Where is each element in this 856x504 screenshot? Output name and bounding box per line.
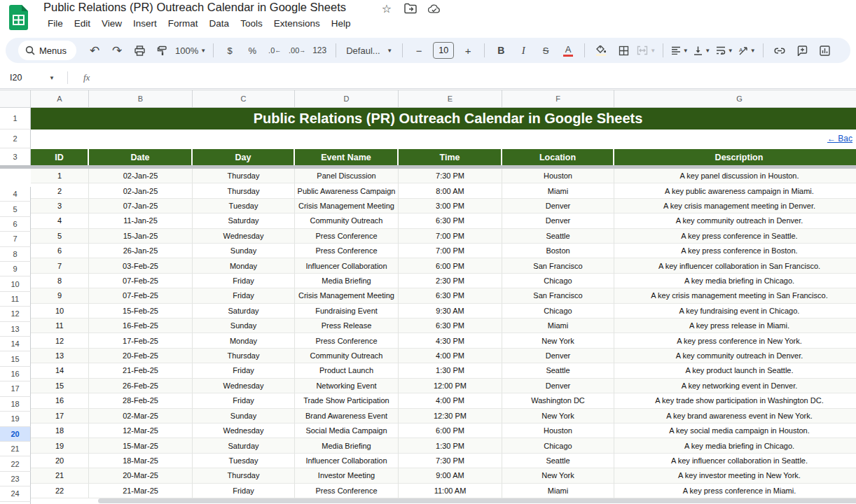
cell[interactable]: 15-Feb-25 [89, 304, 193, 318]
cell[interactable]: Crisis Management Meeting [295, 288, 399, 303]
cell[interactable]: 17-Feb-25 [89, 333, 193, 348]
cell[interactable]: 18 [31, 424, 89, 438]
column-header-F[interactable]: F [502, 90, 614, 108]
cell[interactable]: Thursday [193, 349, 295, 363]
cell[interactable]: Friday [193, 393, 295, 408]
cell[interactable]: 1:30 PM [399, 363, 502, 378]
header-cell[interactable]: Time [399, 148, 502, 165]
vertical-align-button[interactable]: ▼ [693, 41, 711, 59]
cell[interactable]: San Francisco [502, 288, 614, 303]
cell[interactable]: 2 [31, 183, 89, 198]
sheet-row-2[interactable]: ← Bac [31, 130, 856, 148]
cell[interactable]: A key social media campaign in Houston. [614, 424, 856, 438]
header-cell[interactable]: Description [614, 148, 856, 165]
header-cell[interactable]: Day [193, 148, 295, 165]
cell[interactable]: 21-Feb-25 [89, 363, 193, 378]
cell[interactable]: Thursday [193, 183, 295, 198]
cell[interactable]: San Francisco [502, 258, 614, 273]
row-header-6[interactable]: 6 [0, 217, 31, 232]
cell[interactable]: 8 [31, 274, 89, 288]
cell[interactable]: Sunday [193, 409, 295, 424]
menu-file[interactable]: File [42, 16, 69, 31]
menu-view[interactable]: View [96, 16, 127, 31]
menu-insert[interactable]: Insert [127, 16, 163, 31]
cell[interactable]: A key fundraising event in Chicago. [614, 304, 856, 318]
cell[interactable]: Community Outreach [295, 349, 399, 363]
cell[interactable]: 3 [31, 199, 89, 214]
font-family-select[interactable]: Defaul...▼ [343, 41, 395, 59]
menu-format[interactable]: Format [163, 16, 204, 31]
cell[interactable]: Denver [502, 214, 614, 228]
move-to-folder-icon[interactable] [404, 2, 417, 15]
cell[interactable]: A key community outreach in Denver. [614, 349, 856, 363]
cell[interactable]: A key influencer collaboration in Seattl… [614, 454, 856, 468]
cell[interactable]: Houston [502, 424, 614, 438]
cell[interactable]: Trade Show Participation [295, 393, 399, 408]
cell[interactable]: 7:00 PM [399, 244, 502, 258]
cell[interactable]: Tuesday [193, 199, 295, 214]
cell[interactable]: 14 [31, 363, 89, 378]
cell[interactable]: Friday [193, 363, 295, 378]
insert-comment-button[interactable] [793, 41, 811, 59]
cell[interactable]: 03-Feb-25 [89, 258, 193, 273]
cell[interactable]: Investor Meeting [295, 468, 399, 483]
cell[interactable]: Houston [502, 169, 614, 183]
cell[interactable]: A key influencer collaboration in San Fr… [614, 258, 856, 273]
bold-button[interactable]: B [492, 41, 510, 59]
row-header-2[interactable]: 2 [0, 130, 31, 148]
cell[interactable]: 16 [31, 393, 89, 408]
header-cell[interactable]: ID [31, 148, 89, 165]
cell[interactable]: Influencer Collaboration [295, 454, 399, 468]
cell[interactable]: 02-Jan-25 [89, 183, 193, 198]
select-all-corner[interactable] [0, 90, 31, 108]
row-header-11[interactable]: 11 [0, 292, 31, 307]
cell[interactable]: Seattle [502, 454, 614, 468]
cell[interactable]: 6:30 PM [399, 318, 502, 333]
formula-input[interactable] [90, 67, 856, 88]
cell[interactable]: 7:00 PM [399, 229, 502, 244]
row-header-17[interactable]: 17 [0, 382, 31, 396]
cell[interactable]: 20-Feb-25 [89, 349, 193, 363]
cell[interactable]: 02-Jan-25 [89, 169, 193, 183]
cell[interactable]: New York [502, 468, 614, 483]
text-wrap-button[interactable]: ▼ [715, 41, 733, 59]
cell[interactable]: 18-Mar-25 [89, 454, 193, 468]
merge-cells-button[interactable]: ▼ [637, 41, 656, 59]
cell[interactable]: 6:00 PM [399, 258, 502, 273]
row-header-14[interactable]: 14 [0, 337, 31, 351]
cell[interactable]: Media Briefing [295, 274, 399, 288]
row-header-16[interactable]: 16 [0, 367, 31, 382]
cell[interactable]: Sunday [193, 318, 295, 333]
decrease-decimal-button[interactable]: .0← [265, 41, 284, 59]
cell[interactable]: 02-Mar-25 [89, 409, 193, 424]
cell[interactable]: Tuesday [193, 454, 295, 468]
cell[interactable]: 21 [31, 468, 89, 483]
cell[interactable]: 4:00 PM [399, 393, 502, 408]
cell[interactable]: A key community outreach in Denver. [614, 214, 856, 228]
fill-color-button[interactable] [592, 41, 610, 59]
italic-button[interactable]: I [514, 41, 532, 59]
header-cell[interactable]: Date [89, 148, 193, 165]
cell[interactable]: Panel Discussion [295, 169, 399, 183]
cell[interactable]: 20 [31, 454, 89, 468]
row-header-13[interactable]: 13 [0, 322, 31, 337]
cell[interactable]: Friday [193, 274, 295, 288]
cell[interactable]: New York [502, 333, 614, 348]
cell[interactable]: 15-Jan-25 [89, 229, 193, 244]
cell[interactable]: Wednesday [193, 379, 295, 393]
menus-search-button[interactable]: Menus [18, 41, 76, 60]
column-header-G[interactable]: G [614, 90, 856, 108]
sheet-title-cell[interactable]: Public Relations (PR) Outreach Calendar … [31, 108, 856, 130]
row-header-3[interactable]: 3 [0, 148, 31, 165]
cell[interactable]: Monday [193, 258, 295, 273]
redo-button[interactable]: ↷ [108, 41, 126, 59]
cell[interactable]: Public Awareness Campaign [295, 183, 399, 198]
column-header-D[interactable]: D [295, 90, 399, 108]
cell[interactable]: 11 [31, 318, 89, 333]
row-header-1[interactable]: 1 [0, 108, 31, 130]
cell[interactable]: New York [502, 409, 614, 424]
row-header-12[interactable]: 12 [0, 307, 31, 321]
cell[interactable]: Chicago [502, 274, 614, 288]
cell[interactable]: Monday [193, 333, 295, 348]
cell[interactable]: 28-Feb-25 [89, 393, 193, 408]
